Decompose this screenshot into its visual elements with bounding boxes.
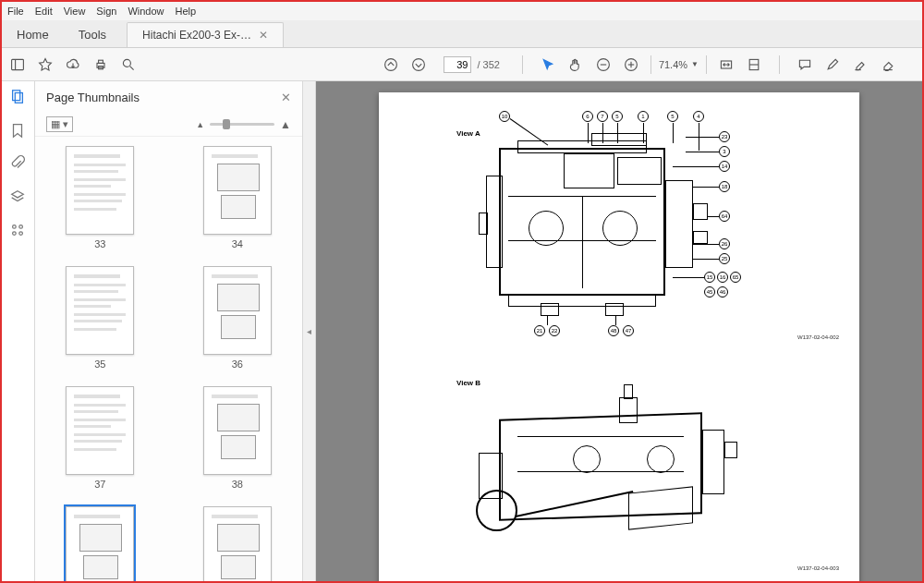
tab-document[interactable]: Hitachi Ex200-3 Ex-… ✕ [127, 22, 284, 47]
thumbnail-page[interactable]: 33 [50, 146, 151, 249]
callout: 21 [534, 325, 545, 336]
menu-help[interactable]: Help [176, 6, 197, 17]
view-b-label: View B [456, 379, 480, 387]
sidebar-toggle-icon[interactable] [9, 56, 26, 73]
thumbnails-title: Page Thumbnails [46, 91, 140, 104]
callout: 23 [719, 131, 730, 142]
body: Page Thumbnails ✕ ▦ ▾ ▲ ▲ 33343536373839… [2, 81, 922, 581]
thumbnail-page[interactable]: 34 [188, 146, 288, 249]
close-panel-icon[interactable]: ✕ [281, 91, 291, 104]
thumb-options-icon[interactable]: ▦ ▾ [46, 116, 73, 132]
callout: 25 [719, 253, 730, 264]
svg-point-21 [12, 225, 16, 229]
tab-home[interactable]: Home [2, 22, 64, 47]
pdf-page: View A [379, 92, 859, 581]
close-tab-icon[interactable]: ✕ [259, 29, 268, 42]
toolbar: / 352 71.4% ▼ [2, 48, 922, 81]
zoom-out-icon[interactable] [595, 56, 612, 73]
callout: 5 [667, 111, 678, 122]
thumbnail-page[interactable]: 39 [50, 506, 151, 581]
thumb-preview [203, 146, 272, 235]
layers-rail-icon[interactable] [9, 188, 28, 207]
cloud-icon[interactable] [65, 56, 81, 73]
hand-icon[interactable] [567, 56, 584, 73]
highlight-icon[interactable] [852, 56, 869, 73]
page-up-icon[interactable] [383, 56, 399, 73]
svg-point-24 [18, 232, 22, 236]
svg-point-5 [123, 59, 130, 67]
thumb-preview [66, 266, 134, 355]
thumb-preview [66, 386, 134, 475]
slider-track[interactable] [210, 123, 274, 126]
svg-line-6 [130, 66, 134, 69]
svg-point-7 [385, 58, 397, 70]
menu-sign[interactable]: Sign [96, 6, 116, 17]
page-indicator: / 352 [444, 56, 499, 73]
callout: 22 [549, 325, 560, 336]
thumb-preview [203, 506, 272, 581]
search-icon[interactable] [120, 56, 137, 73]
thumb-size-slider[interactable]: ▲ ▲ [82, 118, 291, 131]
menubar: File Edit View Sign Window Help [2, 2, 922, 20]
thumbnail-page[interactable]: 37 [50, 386, 151, 490]
svg-rect-0 [12, 59, 24, 69]
figure-ref-a: W137-02-04-002 [797, 334, 839, 340]
callout: 10 [499, 111, 510, 122]
callout: 64 [719, 211, 730, 222]
thumb-label: 33 [94, 238, 105, 249]
menu-view[interactable]: View [64, 6, 86, 17]
page-number-input[interactable] [444, 56, 471, 73]
pen-icon[interactable] [824, 56, 841, 73]
divider [779, 55, 780, 74]
fit-width-icon[interactable] [718, 56, 735, 73]
star-icon[interactable] [37, 56, 54, 73]
thumb-label: 34 [232, 238, 243, 249]
callout: 5 [612, 111, 623, 122]
fit-page-icon[interactable] [746, 56, 762, 73]
more-rail-icon[interactable] [9, 222, 28, 240]
thumbnail-page[interactable]: 40 [188, 506, 288, 581]
svg-rect-20 [15, 93, 22, 103]
figure-ref-b: W137-02-04-003 [797, 565, 839, 571]
erase-icon[interactable] [880, 56, 896, 73]
pointer-icon[interactable] [540, 56, 556, 73]
callout: 47 [623, 325, 634, 336]
collapse-panel-handle[interactable]: ◂ [303, 81, 316, 581]
attachment-rail-icon[interactable] [9, 155, 28, 174]
thumb-label: 37 [94, 479, 105, 490]
thumb-preview [203, 386, 272, 475]
menu-file[interactable]: File [7, 6, 24, 17]
svg-point-23 [12, 232, 16, 236]
chevron-down-icon: ▼ [691, 60, 699, 68]
document-viewer[interactable]: View A [316, 81, 922, 581]
small-thumb-icon: ▲ [196, 120, 204, 129]
thumbnail-page[interactable]: 36 [188, 266, 288, 370]
comment-icon[interactable] [796, 56, 813, 73]
page-total: / 352 [477, 59, 499, 70]
thumb-label: 35 [94, 358, 105, 370]
callout: 65 [730, 272, 741, 283]
zoom-in-icon[interactable] [623, 56, 639, 73]
menu-edit[interactable]: Edit [35, 6, 53, 17]
zoom-value: 71.4% [659, 59, 687, 70]
menu-window[interactable]: Window [128, 6, 164, 17]
callout: 26 [719, 238, 730, 249]
thumbnails-rail-icon[interactable] [9, 89, 28, 107]
thumbs-scroll[interactable]: 33343536373839404142 [35, 137, 302, 581]
tab-tools[interactable]: Tools [64, 22, 121, 47]
large-thumb-icon: ▲ [280, 118, 291, 131]
callout: 15 [704, 272, 715, 283]
zoom-select[interactable]: 71.4% ▼ [650, 55, 707, 74]
callout: 4 [693, 111, 704, 122]
slider-thumb[interactable] [223, 119, 230, 129]
thumb-preview [203, 266, 272, 355]
bookmark-rail-icon[interactable] [9, 122, 28, 140]
callout: 18 [719, 181, 730, 192]
page-down-icon[interactable] [410, 56, 427, 73]
thumb-preview [66, 506, 134, 581]
print-icon[interactable] [92, 56, 109, 73]
thumbnail-page[interactable]: 35 [50, 266, 151, 370]
callout: 16 [717, 272, 728, 283]
callout: 46 [717, 286, 728, 298]
thumbnail-page[interactable]: 38 [188, 386, 288, 490]
